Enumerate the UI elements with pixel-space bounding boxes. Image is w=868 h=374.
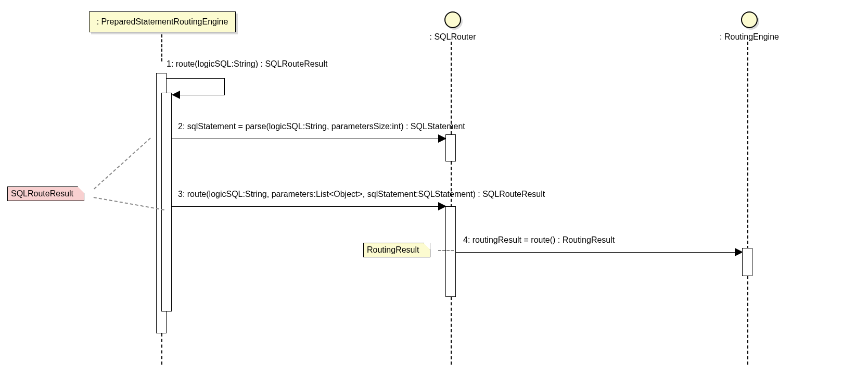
lifeline-dashed: [747, 276, 748, 365]
activation-bar: [445, 206, 456, 297]
lifeline-label: : SQLRouter: [416, 32, 489, 42]
note-dogear-icon: [78, 186, 84, 193]
activation-bar-nested: [161, 93, 172, 311]
message-label: 3: route(logicSQL:String, parameters:Lis…: [178, 190, 545, 199]
note-text: SQLRouteResult: [11, 189, 73, 198]
lifeline-dashed: [747, 42, 748, 249]
lifeline-prepared-statement-routing-engine: : PreparedStatementRoutingEngine: [58, 11, 266, 32]
note-text: RoutingResult: [367, 245, 419, 254]
self-call-line-bottom: [180, 95, 225, 95]
lifeline-dashed: [451, 297, 452, 365]
message-label: 2: sqlStatement = parse(logicSQL:String,…: [178, 122, 465, 131]
lifeline-head-box: : PreparedStatementRoutingEngine: [89, 11, 236, 32]
message-line: [172, 206, 441, 207]
note-sql-route-result: SQLRouteResult: [7, 186, 84, 201]
lifeline-label: : RoutingEngine: [708, 32, 791, 42]
note-connector: [94, 197, 164, 210]
note-connector: [438, 250, 454, 251]
note-dogear-icon: [424, 243, 430, 250]
activation-bar: [445, 134, 456, 161]
lifeline-head-circle: [741, 11, 758, 28]
activation-bar: [742, 248, 752, 276]
lifeline-routing-engine: : RoutingEngine: [708, 11, 791, 42]
message-line: [172, 139, 441, 139]
self-call-line-top: [167, 78, 224, 79]
lifeline-dashed: [451, 161, 452, 207]
lifeline-label: : PreparedStatementRoutingEngine: [97, 17, 228, 26]
lifeline-sql-router: : SQLRouter: [416, 11, 489, 42]
message-line: [456, 252, 735, 253]
arrow-head-icon: [172, 91, 180, 99]
self-call-line-right: [224, 78, 225, 95]
lifeline-dashed: [161, 333, 162, 365]
message-label: 1: route(logicSQL:String) : SQLRouteResu…: [167, 59, 327, 69]
lifeline-head-circle: [444, 11, 461, 28]
message-label: 4: routingResult = route() : RoutingResu…: [463, 235, 615, 245]
lifeline-dashed: [451, 42, 452, 134]
note-routing-result: RoutingResult: [363, 243, 430, 257]
lifeline-dashed: [161, 34, 162, 61]
note-connector: [94, 138, 151, 189]
sequence-diagram: : PreparedStatementRoutingEngine : SQLRo…: [0, 0, 868, 374]
